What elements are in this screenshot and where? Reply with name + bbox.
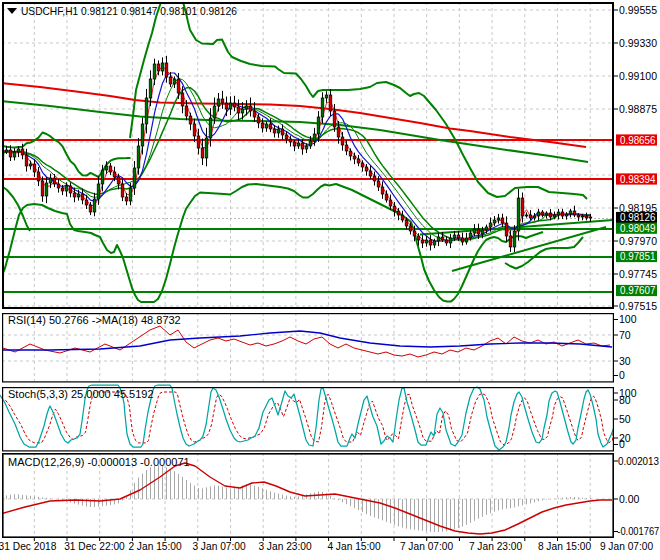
svg-text:31 Dec 22:00: 31 Dec 22:00 bbox=[64, 541, 125, 552]
svg-text:USDCHF,H1 0.98121 0.98147 0.9: USDCHF,H1 0.98121 0.98147 0.98101 0.9812… bbox=[21, 6, 237, 17]
svg-text:0.99330: 0.99330 bbox=[619, 37, 657, 49]
svg-text:2 Jan 15:00: 2 Jan 15:00 bbox=[128, 541, 182, 552]
svg-text:-0.001767: -0.001767 bbox=[617, 525, 659, 537]
svg-text:9 Jan 07:00: 9 Jan 07:00 bbox=[600, 541, 654, 552]
svg-text:3 Jan 07:00: 3 Jan 07:00 bbox=[192, 541, 246, 552]
svg-text:0: 0 bbox=[619, 369, 625, 381]
svg-text:0.99555: 0.99555 bbox=[619, 4, 657, 16]
svg-text:0.97515: 0.97515 bbox=[619, 300, 657, 312]
svg-text:0.98656: 0.98656 bbox=[620, 134, 656, 146]
svg-text:0.97745: 0.97745 bbox=[619, 268, 657, 280]
svg-text:0.97851: 0.97851 bbox=[620, 250, 656, 262]
svg-text:30: 30 bbox=[619, 355, 631, 367]
svg-text:RSI(14) 50.2766 ->MA(18) 48.8: RSI(14) 50.2766 ->MA(18) 48.8732 bbox=[8, 314, 181, 326]
svg-text:8 Jan 15:00: 8 Jan 15:00 bbox=[538, 541, 592, 552]
svg-text:7 Jan 07:00: 7 Jan 07:00 bbox=[400, 541, 454, 552]
svg-text:0.002013: 0.002013 bbox=[618, 455, 659, 467]
svg-text:31 Dec 2018: 31 Dec 2018 bbox=[0, 541, 57, 552]
svg-text:0.97607: 0.97607 bbox=[620, 284, 656, 296]
svg-text:70: 70 bbox=[619, 329, 631, 341]
svg-text:0.97970: 0.97970 bbox=[619, 235, 657, 247]
svg-text:0.00: 0.00 bbox=[619, 493, 640, 505]
svg-text:MACD(12,26,9) -0.000013 -0.000: MACD(12,26,9) -0.000013 -0.000071 bbox=[8, 456, 190, 468]
svg-text:3 Jan 23:00: 3 Jan 23:00 bbox=[258, 541, 312, 552]
svg-text:4 Jan 15:00: 4 Jan 15:00 bbox=[327, 541, 381, 552]
svg-text:Stoch(5,3,3) 25.0000 45.5192: Stoch(5,3,3) 25.0000 45.5192 bbox=[8, 388, 154, 400]
svg-text:100: 100 bbox=[619, 313, 637, 325]
svg-text:0.98049: 0.98049 bbox=[620, 222, 656, 234]
svg-text:0.99100: 0.99100 bbox=[619, 70, 657, 82]
svg-text:0: 0 bbox=[619, 438, 625, 450]
svg-text:80: 80 bbox=[619, 394, 631, 406]
svg-text:7 Jan 23:00: 7 Jan 23:00 bbox=[469, 541, 523, 552]
svg-text:0.98875: 0.98875 bbox=[619, 103, 657, 115]
svg-text:0.98394: 0.98394 bbox=[620, 173, 656, 185]
svg-text:50: 50 bbox=[619, 413, 631, 425]
